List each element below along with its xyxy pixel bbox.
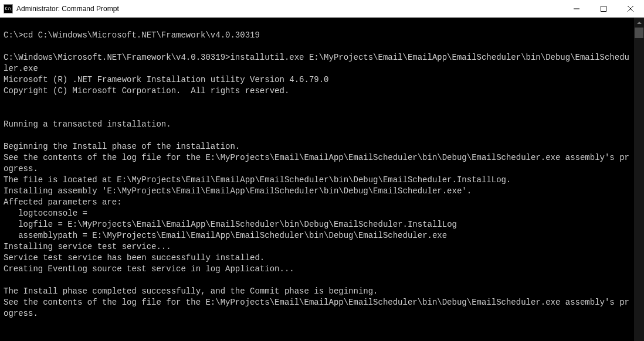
scrollbar-vertical[interactable] bbox=[634, 18, 644, 341]
minimize-button[interactable] bbox=[563, 0, 590, 17]
svg-marker-4 bbox=[637, 22, 642, 24]
scroll-thumb[interactable] bbox=[635, 28, 643, 38]
maximize-button[interactable] bbox=[590, 0, 617, 17]
close-button[interactable] bbox=[617, 0, 644, 17]
window-controls bbox=[563, 0, 644, 17]
window-title: Administrator: Command Prompt bbox=[16, 5, 563, 13]
console-area: C:\>cd C:\Windows\Microsoft.NET\Framewor… bbox=[0, 18, 644, 341]
title-bar[interactable]: C:\ Administrator: Command Prompt bbox=[0, 0, 644, 18]
scroll-up-arrow-icon[interactable] bbox=[634, 18, 644, 28]
svg-rect-1 bbox=[601, 6, 606, 11]
cmd-icon: C:\ bbox=[4, 4, 13, 13]
console-output[interactable]: C:\>cd C:\Windows\Microsoft.NET\Framewor… bbox=[0, 18, 634, 341]
